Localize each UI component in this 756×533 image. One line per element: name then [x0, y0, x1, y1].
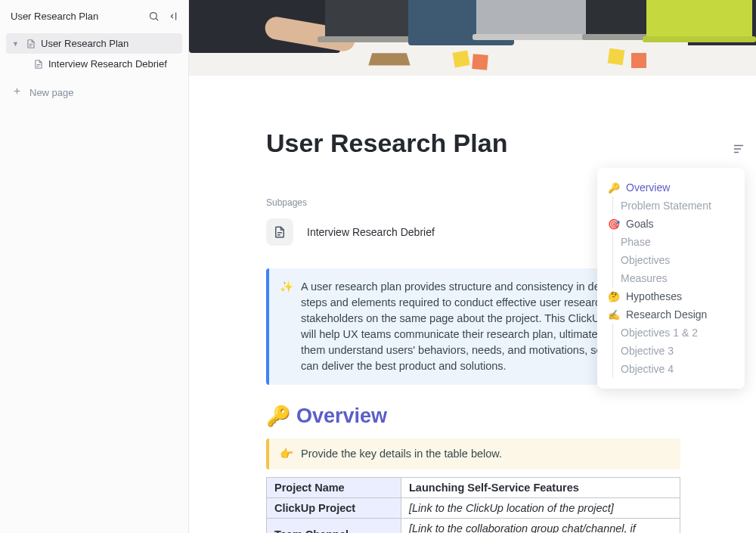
- sidebar-item-child[interactable]: Interview Research Debrief: [6, 54, 182, 74]
- toc-item-label: Objectives 1 & 2: [621, 327, 698, 339]
- main: User Research Plan Subpages Interview Re…: [189, 0, 756, 533]
- toc-item-label: Research Design: [626, 308, 707, 321]
- toc-item[interactable]: Problem Statement: [612, 197, 734, 215]
- sparkles-icon: ✨: [280, 279, 293, 374]
- table-row[interactable]: Project NameLaunching Self-Service Featu…: [267, 478, 680, 498]
- chevron-down-icon[interactable]: ▼: [12, 40, 21, 48]
- subpage-label: Interview Research Debrief: [307, 226, 435, 238]
- new-page-button[interactable]: New page: [0, 80, 188, 104]
- toc-item-label: Phase: [621, 236, 651, 248]
- tip-callout[interactable]: 👉 Provide the key details in the table b…: [266, 438, 680, 469]
- sidebar-item-label: Interview Research Debrief: [48, 58, 167, 70]
- sidebar-tree: ▼ User Research Plan Interview Research …: [0, 32, 188, 80]
- overview-table[interactable]: Project NameLaunching Self-Service Featu…: [266, 477, 680, 533]
- table-row[interactable]: Team Channel[Link to the collaboration g…: [267, 519, 680, 533]
- table-cell-value[interactable]: Launching Self-Service Features: [401, 478, 680, 498]
- table-cell-key[interactable]: ClickUp Project: [267, 498, 401, 519]
- new-page-label: New page: [29, 87, 74, 98]
- sidebar-item-label: User Research Plan: [41, 38, 129, 49]
- toc-item[interactable]: Phase: [612, 233, 734, 251]
- toc-popover: 🔑OverviewProblem Statement🎯GoalsPhaseObj…: [597, 168, 745, 389]
- page-icon: [26, 39, 36, 49]
- toc-item-icon: 🎯: [608, 218, 621, 230]
- sidebar-item-root[interactable]: ▼ User Research Plan: [6, 33, 182, 54]
- toc-item[interactable]: ✍️Research Design: [608, 305, 734, 324]
- toc-item-icon: 🤔: [608, 291, 621, 302]
- table-cell-key[interactable]: Team Channel: [267, 519, 401, 533]
- toc-item-label: Objective 4: [621, 363, 674, 375]
- toc-item-label: Hypotheses: [626, 290, 682, 302]
- toc-item-label: Goals: [626, 218, 654, 230]
- toc-item[interactable]: Objectives 1 & 2: [612, 324, 734, 342]
- toc-item[interactable]: Objective 3: [612, 342, 734, 360]
- key-icon: 🔑: [266, 404, 290, 428]
- toc-item-label: Measures: [621, 272, 667, 284]
- workspace-title: User Research Plan: [11, 11, 147, 22]
- sidebar-header: User Research Plan: [0, 0, 188, 32]
- table-row[interactable]: ClickUp Project[Link to the ClickUp loca…: [267, 498, 680, 519]
- toc-item[interactable]: 🤔Hypotheses: [608, 287, 734, 305]
- toc-item-label: Problem Statement: [621, 200, 711, 212]
- toc-item-label: Overview: [626, 181, 670, 194]
- table-cell-value[interactable]: [Link to the collaboration group chat/ch…: [401, 519, 680, 533]
- toc-toggle-icon[interactable]: [732, 142, 745, 159]
- toc-item[interactable]: Objective 4: [612, 360, 734, 378]
- svg-point-0: [150, 12, 156, 19]
- plus-icon: [12, 86, 22, 98]
- table-cell-key[interactable]: Project Name: [267, 478, 401, 498]
- toc-item-label: Objective 3: [621, 345, 674, 357]
- cover-image: [189, 0, 756, 76]
- tip-text: Provide the key details in the table bel…: [301, 448, 502, 460]
- point-right-icon: 👉: [280, 448, 293, 460]
- toc-item[interactable]: Objectives: [612, 251, 734, 269]
- svg-line-1: [156, 18, 158, 20]
- toc-item[interactable]: Measures: [612, 269, 734, 287]
- toc-item[interactable]: 🔑Overview: [608, 178, 734, 197]
- collapse-sidebar-icon[interactable]: [167, 10, 179, 22]
- toc-item-icon: ✍️: [608, 309, 621, 321]
- page-icon: [33, 59, 44, 70]
- overview-heading[interactable]: 🔑 Overview: [266, 404, 680, 428]
- toc-item-label: Objectives: [621, 254, 670, 266]
- page-icon: [266, 218, 293, 246]
- overview-heading-label: Overview: [296, 404, 387, 428]
- search-icon[interactable]: [147, 10, 160, 22]
- page-title[interactable]: User Research Plan: [266, 129, 680, 158]
- toc-item[interactable]: 🎯Goals: [608, 215, 734, 233]
- toc-item-icon: 🔑: [608, 182, 621, 194]
- sidebar: User Research Plan ▼ User Research Plan …: [0, 0, 189, 533]
- table-cell-value[interactable]: [Link to the ClickUp location of the pro…: [401, 498, 680, 519]
